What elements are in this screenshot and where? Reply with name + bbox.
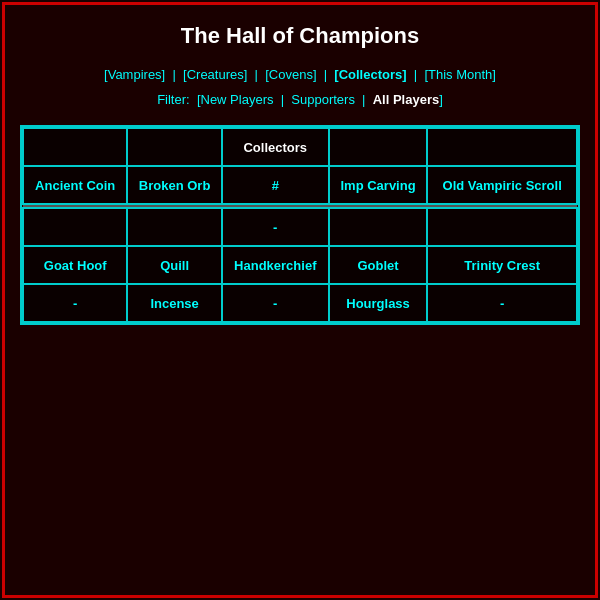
nav-vampires[interactable]: [Vampires] xyxy=(104,67,165,82)
cell-handkerchief: Handkerchief xyxy=(222,246,329,284)
cell-s1h2 xyxy=(127,128,221,166)
cell-s2r1c1 xyxy=(23,208,127,246)
cell-old-vampiric-scroll: Old Vampiric Scroll xyxy=(427,166,577,204)
nav-this-month[interactable]: [This Month] xyxy=(424,67,496,82)
cell-s2r1c4 xyxy=(329,208,428,246)
table-row: Ancient Coin Broken Orb # Imp Carving Ol… xyxy=(23,166,577,204)
page-title: The Hall of Champions xyxy=(181,23,419,49)
cell-s2r1c3: - xyxy=(222,208,329,246)
cell-goat-hoof: Goat Hoof xyxy=(23,246,127,284)
cell-s1h3-collectors: Collectors xyxy=(222,128,329,166)
cell-s2r3c3: - xyxy=(222,284,329,322)
collectors-table: Collectors Ancient Coin Broken Orb # Imp… xyxy=(22,127,578,323)
cell-hash: # xyxy=(222,166,329,204)
filter-supporters[interactable]: Supporters xyxy=(291,92,355,107)
cell-imp-carving: Imp Carving xyxy=(329,166,428,204)
nav-creatures[interactable]: [Creatures] xyxy=(183,67,247,82)
filter-all-players[interactable]: All Players xyxy=(373,92,440,107)
cell-s2r3c5: - xyxy=(427,284,577,322)
table-row: - xyxy=(23,208,577,246)
cell-quill: Quill xyxy=(127,246,221,284)
cell-s1h1 xyxy=(23,128,127,166)
cell-s1h4 xyxy=(329,128,428,166)
nav-covens[interactable]: [Covens] xyxy=(265,67,316,82)
cell-broken-orb: Broken Orb xyxy=(127,166,221,204)
cell-hourglass: Hourglass xyxy=(329,284,428,322)
cell-trinity-crest: Trinity Crest xyxy=(427,246,577,284)
nav-collectors[interactable]: [Collectors] xyxy=(334,67,406,82)
cell-s2r3c1: - xyxy=(23,284,127,322)
cell-s2r1c2 xyxy=(127,208,221,246)
cell-s1h5 xyxy=(427,128,577,166)
cell-s2r1c5 xyxy=(427,208,577,246)
cell-goblet: Goblet xyxy=(329,246,428,284)
cell-incense: Incense xyxy=(127,284,221,322)
cell-ancient-coin: Ancient Coin xyxy=(23,166,127,204)
page-container: The Hall of Champions [Vampires] | [Crea… xyxy=(2,2,598,598)
table-row: Collectors xyxy=(23,128,577,166)
filter-label: Filter: xyxy=(157,92,190,107)
filter-bar: Filter: [New Players | Supporters | All … xyxy=(157,92,443,107)
nav-links: [Vampires] | [Creatures] | [Covens] | [C… xyxy=(104,63,496,86)
filter-new-players[interactable]: New Players xyxy=(201,92,274,107)
main-table-container: Collectors Ancient Coin Broken Orb # Imp… xyxy=(20,125,580,325)
table-row: Goat Hoof Quill Handkerchief Goblet Trin… xyxy=(23,246,577,284)
table-row: - Incense - Hourglass - xyxy=(23,284,577,322)
